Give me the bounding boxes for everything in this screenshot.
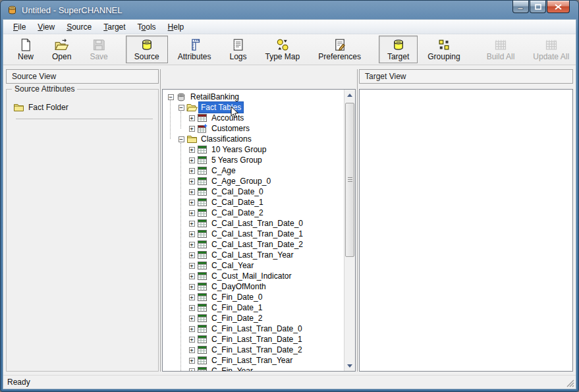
- tree-item-label[interactable]: C_Cal_Year: [209, 260, 256, 271]
- tree-item-c-fin-last-tran-year[interactable]: +C_Fin_Last_Tran_Year: [165, 355, 344, 366]
- expand-toggle-icon[interactable]: +: [189, 358, 195, 364]
- tree-item-label[interactable]: C_Cal_Last_Tran_Date_1: [209, 229, 305, 239]
- toolbar-button-new[interactable]: New: [9, 36, 42, 63]
- expand-toggle-icon[interactable]: +: [189, 273, 195, 279]
- expand-toggle-icon[interactable]: +: [189, 210, 195, 216]
- expand-toggle-icon[interactable]: +: [189, 126, 195, 132]
- tree-item-c-cal-date-2[interactable]: +C_Cal_Date_2: [165, 208, 344, 218]
- tree-item-label[interactable]: C_Fin_Last_Tran_Date_2: [209, 345, 304, 355]
- expand-toggle-icon[interactable]: +: [189, 252, 195, 258]
- resize-grip-icon[interactable]: [566, 379, 574, 387]
- target-tree-empty[interactable]: [359, 89, 573, 372]
- toolbar-button-type-map[interactable]: Type Map: [257, 36, 309, 63]
- tree-item-label[interactable]: C_Cal_Last_Tran_Date_2: [209, 239, 305, 250]
- tree-item-label[interactable]: C_Fin_Last_Tran_Date_1: [209, 334, 304, 345]
- expand-toggle-icon[interactable]: +: [189, 284, 195, 290]
- tree-item-label[interactable]: RetailBanking: [188, 92, 241, 102]
- menu-item-source[interactable]: Source: [61, 20, 97, 34]
- scrollbar-up-button[interactable]: [345, 90, 355, 100]
- tree-item-c-cal-date-0[interactable]: +C_Cal_Date_0: [165, 186, 344, 197]
- tree-item-10-years-group[interactable]: +10 Years Group: [165, 144, 344, 155]
- toolbar-button-source[interactable]: Source: [126, 36, 168, 63]
- tree-item-fact-tables[interactable]: −Fact Tables: [165, 102, 344, 113]
- expand-toggle-icon[interactable]: +: [189, 221, 195, 227]
- toolbar-button-grouping[interactable]: Grouping: [419, 36, 468, 63]
- expand-toggle-icon[interactable]: +: [189, 305, 195, 311]
- tree-item-label[interactable]: Fact Tables: [199, 102, 243, 113]
- tree-item-5-years-group[interactable]: +5 Years Group: [165, 155, 344, 165]
- tree-item-label[interactable]: C_Age: [209, 165, 238, 176]
- tree-item-label[interactable]: C_Fin_Year: [209, 366, 255, 371]
- expand-toggle-icon[interactable]: +: [189, 242, 195, 248]
- expand-toggle-icon[interactable]: +: [189, 115, 195, 121]
- tree-item-retailbanking[interactable]: −RetailBanking: [165, 92, 344, 102]
- expand-toggle-icon[interactable]: +: [189, 326, 195, 332]
- tree-item-label[interactable]: C_Fin_Last_Tran_Year: [209, 355, 294, 366]
- tree-item-accounts[interactable]: +Accounts: [165, 113, 344, 123]
- titlebar[interactable]: Untitled - SuperCHANNEL: [3, 1, 576, 19]
- expand-toggle-icon[interactable]: +: [189, 347, 195, 353]
- expand-toggle-icon[interactable]: +: [189, 147, 195, 153]
- tree-item-label[interactable]: Customers: [209, 123, 252, 134]
- tree-item-c-fin-last-tran-date-0[interactable]: +C_Fin_Last_Tran_Date_0: [165, 323, 344, 334]
- tree-item-label[interactable]: Accounts: [209, 113, 246, 123]
- tree-item-label[interactable]: 10 Years Group: [209, 144, 268, 155]
- expand-toggle-icon[interactable]: +: [189, 200, 195, 206]
- scrollbar-down-button[interactable]: [345, 360, 355, 371]
- tree-item-c-cal-last-tran-date-1[interactable]: +C_Cal_Last_Tran_Date_1: [165, 229, 344, 239]
- expand-toggle-icon[interactable]: +: [189, 263, 195, 269]
- toolbar-button-open[interactable]: Open: [43, 36, 80, 63]
- tree-item-label[interactable]: C_Fin_Last_Tran_Date_0: [209, 323, 304, 334]
- tree-item-c-age-group-0[interactable]: +C_Age_Group_0: [165, 176, 344, 186]
- tree-item-c-fin-date-0[interactable]: +C_Fin_Date_0: [165, 292, 344, 302]
- tree-item-c-fin-last-tran-date-1[interactable]: +C_Fin_Last_Tran_Date_1: [165, 334, 344, 345]
- source-attribute-item-fact-folder[interactable]: Fact Folder: [11, 99, 154, 112]
- tree-item-c-cal-last-tran-date-0[interactable]: +C_Cal_Last_Tran_Date_0: [165, 218, 344, 229]
- collapse-toggle-icon[interactable]: −: [179, 105, 184, 111]
- tree-item-c-fin-year[interactable]: +C_Fin_Year: [165, 366, 344, 371]
- tree-item-c-dayofmonth[interactable]: +C_DayOfMonth: [165, 281, 344, 292]
- collapse-toggle-icon[interactable]: −: [179, 136, 184, 142]
- tree-item-label[interactable]: C_Cust_Mail_Indicator: [209, 271, 293, 281]
- tree-item-label[interactable]: C_Cal_Date_1: [209, 197, 265, 208]
- expand-toggle-icon[interactable]: +: [189, 189, 195, 195]
- expand-toggle-icon[interactable]: +: [189, 179, 195, 184]
- tree-item-classifications[interactable]: −Classifications: [165, 134, 344, 144]
- menu-item-tools[interactable]: Tools: [132, 20, 162, 34]
- toolbar-button-attributes[interactable]: Attributes: [169, 36, 220, 63]
- tree-item-label[interactable]: C_Fin_Date_1: [209, 302, 264, 313]
- tree-item-c-fin-date-2[interactable]: +C_Fin_Date_2: [165, 313, 344, 323]
- tree-item-c-cal-last-tran-year[interactable]: +C_Cal_Last_Tran_Year: [165, 250, 344, 260]
- menu-item-file[interactable]: File: [7, 20, 32, 34]
- tree-item-label[interactable]: C_Fin_Date_0: [209, 292, 264, 302]
- tree-item-label[interactable]: C_Age_Group_0: [209, 176, 273, 186]
- toolbar-button-preferences[interactable]: Preferences: [310, 36, 370, 63]
- tree-item-label[interactable]: C_DayOfMonth: [209, 281, 268, 292]
- tree-scrollbar[interactable]: [344, 90, 355, 371]
- expand-toggle-icon[interactable]: +: [189, 231, 195, 237]
- expand-toggle-icon[interactable]: +: [189, 294, 195, 300]
- tree-item-label[interactable]: C_Cal_Last_Tran_Year: [209, 250, 296, 260]
- tree-item-c-cal-year[interactable]: +C_Cal_Year: [165, 260, 344, 271]
- tree-item-customers[interactable]: +Customers: [165, 123, 344, 134]
- expand-toggle-icon[interactable]: +: [189, 368, 195, 372]
- tree-item-label[interactable]: C_Cal_Last_Tran_Date_0: [209, 218, 305, 229]
- tree-item-c-cal-last-tran-date-2[interactable]: +C_Cal_Last_Tran_Date_2: [165, 239, 344, 250]
- expand-toggle-icon[interactable]: +: [189, 316, 195, 322]
- tree-item-label[interactable]: C_Cal_Date_2: [209, 208, 265, 218]
- menu-item-view[interactable]: View: [32, 20, 61, 34]
- expand-toggle-icon[interactable]: +: [189, 168, 195, 174]
- tree-item-label[interactable]: C_Fin_Date_2: [209, 313, 264, 323]
- menu-item-help[interactable]: Help: [162, 20, 190, 34]
- tree-item-c-age[interactable]: +C_Age: [165, 165, 344, 176]
- toolbar-button-logs[interactable]: Logs: [221, 36, 255, 63]
- tree-item-label[interactable]: 5 Years Group: [209, 155, 264, 165]
- toolbar-button-target[interactable]: Target: [379, 36, 418, 63]
- expand-toggle-icon[interactable]: +: [189, 157, 195, 163]
- tree-item-c-cal-date-1[interactable]: +C_Cal_Date_1: [165, 197, 344, 208]
- close-button[interactable]: [547, 1, 570, 13]
- tree-item-label[interactable]: C_Cal_Date_0: [209, 186, 265, 197]
- expand-toggle-icon[interactable]: +: [189, 337, 195, 343]
- scrollbar-thumb[interactable]: [345, 103, 354, 257]
- menu-item-target[interactable]: Target: [97, 20, 131, 34]
